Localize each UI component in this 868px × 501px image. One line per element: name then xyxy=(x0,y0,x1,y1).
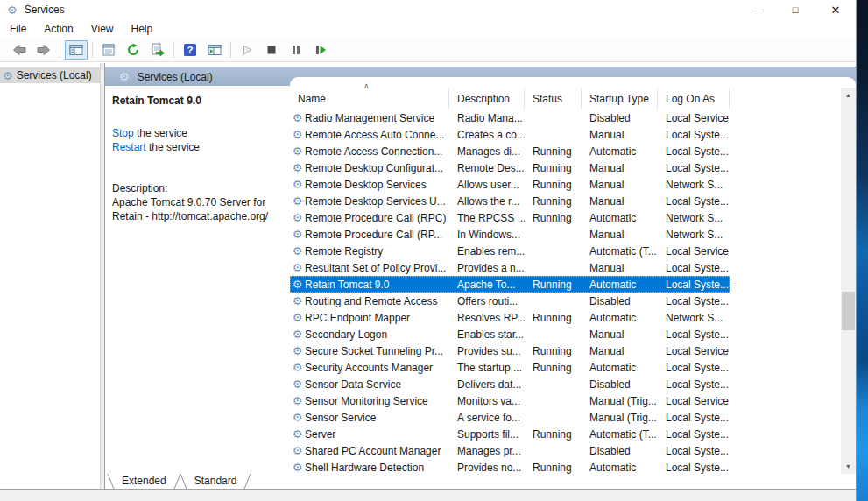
service-startup-type-cell: Manual xyxy=(582,179,658,191)
service-startup-type-cell: Manual xyxy=(582,328,658,341)
vertical-scrollbar[interactable]: ▲ ▼ xyxy=(841,88,856,474)
table-row[interactable]: ⚙Radio Management Service Radio Mana... … xyxy=(290,109,730,126)
show-console-tree-button[interactable] xyxy=(65,40,88,60)
scroll-up-icon[interactable]: ▲ xyxy=(841,88,856,102)
maximize-button[interactable]: □ xyxy=(775,0,815,19)
service-log-on-as-cell: Local Service xyxy=(658,345,730,357)
window-title: Services xyxy=(25,4,65,16)
export-list-button[interactable] xyxy=(146,40,169,60)
service-description-cell: Provides no... xyxy=(449,462,525,474)
service-description-cell: Allows user... xyxy=(449,179,525,191)
service-description-cell: Provides a n... xyxy=(449,262,525,274)
sidebar-item-services-local[interactable]: ⚙ Services (Local) xyxy=(0,67,100,83)
menu-file[interactable]: File xyxy=(1,20,35,38)
start-service-button[interactable] xyxy=(236,40,258,60)
table-row[interactable]: ⚙Remote Desktop Configurat... Remote Des… xyxy=(290,159,730,176)
table-row[interactable]: ⚙Routing and Remote Access Offers routi.… xyxy=(290,293,730,309)
services-window: ⚙ Services — □ ✕ File Action View Help xyxy=(0,0,857,501)
menu-view[interactable]: View xyxy=(82,20,123,38)
table-row[interactable]: ⚙Sensor Service A service fo... Manual (… xyxy=(290,409,730,426)
gear-icon: ⚙ xyxy=(290,212,305,223)
service-log-on-as-cell: Local Syste... xyxy=(658,195,730,208)
service-name-cell: Server xyxy=(305,428,335,441)
toolbar-separator xyxy=(230,42,231,58)
scroll-down-icon[interactable]: ▼ xyxy=(841,459,856,473)
table-row[interactable]: ⚙Remote Registry Enables rem... Automati… xyxy=(290,243,730,259)
table-row[interactable]: ⚙Secure Socket Tunneling Pr... Provides … xyxy=(290,342,730,359)
table-row[interactable]: ⚙Shared PC Account Manager Manages pr...… xyxy=(290,442,730,459)
close-button[interactable]: ✕ xyxy=(815,0,856,19)
table-row[interactable]: ⚙Remote Access Connection... Manages di.… xyxy=(290,143,730,159)
service-log-on-as-cell: Local Syste... xyxy=(658,412,730,424)
table-row[interactable]: ⚙Remote Desktop Services U... Allows the… xyxy=(290,193,730,209)
back-button[interactable] xyxy=(8,40,31,60)
column-header-startup-type[interactable]: Startup Type xyxy=(582,88,658,109)
table-row[interactable]: ⚙Sensor Monitoring Service Monitors va..… xyxy=(290,392,730,409)
gear-icon: ⚙ xyxy=(290,395,305,406)
table-row[interactable]: ⚙Remote Procedure Call (RPC) The RPCSS .… xyxy=(290,209,730,226)
service-name-cell: Resultant Set of Policy Provi... xyxy=(305,262,446,274)
gear-icon: ⚙ xyxy=(290,279,305,290)
forward-button[interactable] xyxy=(32,40,55,60)
table-row[interactable]: ⚙RPC Endpoint Mapper Resolves RP... Runn… xyxy=(290,309,730,326)
service-startup-type-cell: Automatic xyxy=(582,462,658,474)
service-log-on-as-cell: Network S... xyxy=(658,229,730,241)
properties-button[interactable] xyxy=(97,40,120,60)
service-name-cell: RPC Endpoint Mapper xyxy=(305,312,410,324)
table-row[interactable]: ⚙Secondary Logon Enables star... Manual … xyxy=(290,326,730,342)
stop-service-link[interactable]: Stop xyxy=(112,127,134,139)
description-line-1: Apache Tomcat 9.0.70 Server for xyxy=(112,195,285,209)
table-row[interactable]: ⚙Remote Desktop Services Allows user... … xyxy=(290,176,730,193)
gear-icon: ⚙ xyxy=(290,462,305,473)
sidebar-item-label: Services (Local) xyxy=(17,69,92,81)
restart-service-line: Restart the service xyxy=(112,141,285,153)
desktop-wallpaper-edge xyxy=(857,0,868,501)
restart-service-button[interactable] xyxy=(309,40,332,60)
show-action-pane-button[interactable] xyxy=(203,40,226,60)
service-name-cell: Remote Desktop Services xyxy=(305,179,427,191)
gear-icon: ⚙ xyxy=(290,229,305,240)
service-name-cell: Remote Registry xyxy=(305,245,383,258)
service-name-cell: Retain Tomcat 9.0 xyxy=(305,279,390,291)
column-header-name[interactable]: Name xyxy=(290,88,449,109)
service-startup-type-cell: Automatic (T... xyxy=(582,428,658,441)
service-status-cell: Running xyxy=(525,428,582,441)
service-log-on-as-cell: Local Syste... xyxy=(658,262,730,274)
stop-service-button[interactable] xyxy=(260,40,283,60)
service-startup-type-cell: Automatic xyxy=(582,212,658,224)
column-header-log-on-as[interactable]: Log On As xyxy=(658,88,730,109)
service-log-on-as-cell: Local Syste... xyxy=(658,162,730,174)
table-row[interactable]: ⚙Resultant Set of Policy Provi... Provid… xyxy=(290,259,730,276)
scrollbar-thumb[interactable] xyxy=(842,292,855,330)
help-button[interactable]: ? xyxy=(179,40,201,60)
tab-standard[interactable]: Standard xyxy=(180,474,251,489)
table-row[interactable]: ⚙Shell Hardware Detection Provides no...… xyxy=(290,459,730,474)
service-description-cell: Manages pr... xyxy=(449,445,525,457)
service-description-cell: Allows the r... xyxy=(449,195,525,208)
content-pane: ⚙ Services (Local) Retain Tomcat 9.0 Sto… xyxy=(104,63,856,489)
column-header-status[interactable]: Status xyxy=(525,88,582,109)
table-row[interactable]: ⚙Retain Tomcat 9.0 Apache To... Running … xyxy=(290,276,730,293)
table-row[interactable]: ⚙Remote Procedure Call (RP... In Windows… xyxy=(290,226,730,243)
gear-icon: ⚙ xyxy=(290,362,305,373)
menu-action[interactable]: Action xyxy=(35,20,81,38)
minimize-button[interactable]: — xyxy=(735,0,775,19)
pause-service-button[interactable] xyxy=(285,40,307,60)
restart-service-link[interactable]: Restart xyxy=(112,141,146,153)
column-header-description[interactable]: Description xyxy=(449,88,525,109)
tab-extended[interactable]: Extended xyxy=(108,474,180,489)
table-row[interactable]: ⚙Remote Access Auto Conne... Creates a c… xyxy=(290,126,730,143)
service-log-on-as-cell: Network S... xyxy=(658,179,730,191)
service-name-cell: Routing and Remote Access xyxy=(305,295,437,307)
service-description-cell: Resolves RP... xyxy=(449,312,525,324)
table-row[interactable]: ⚙Server Supports fil... Running Automati… xyxy=(290,426,730,442)
gear-icon: ⚙ xyxy=(290,345,305,356)
gear-icon: ⚙ xyxy=(290,245,305,257)
service-list-body: ⚙Radio Management Service Radio Mana... … xyxy=(290,109,856,474)
refresh-button[interactable] xyxy=(122,40,145,60)
table-row[interactable]: ⚙Security Accounts Manager The startup .… xyxy=(290,359,730,376)
extended-detail-pane: Retain Tomcat 9.0 Stop the service Resta… xyxy=(106,86,290,474)
table-row[interactable]: ⚙Sensor Data Service Delivers dat... Dis… xyxy=(290,376,730,392)
menu-help[interactable]: Help xyxy=(123,20,162,38)
stop-service-text: the service xyxy=(134,127,187,139)
